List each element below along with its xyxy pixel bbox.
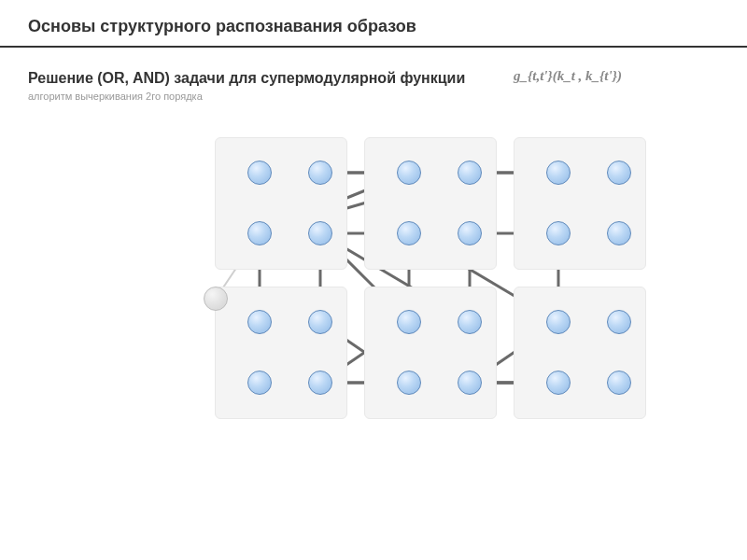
section-title: Решение (OR, AND) задачи для супермодуля… [28,70,719,87]
graph-node [247,310,272,334]
graph-node [308,310,332,334]
graph-node [397,371,421,395]
graph-node [308,221,332,245]
grid-tile [514,287,646,419]
graph-node [546,371,571,395]
graph-node [458,161,482,185]
graph-node [546,161,571,185]
graph-node [458,371,482,395]
content: Решение (OR, AND) задачи для супермодуля… [0,48,747,511]
header: Основы структурного распознавания образо… [0,0,747,48]
grid-tile [364,137,497,270]
graph-diagram [149,119,598,511]
page-title: Основы структурного распознавания образо… [28,17,719,36]
graph-node [397,310,421,334]
graph-node [458,221,482,245]
graph-node [247,161,272,185]
graph-node [247,221,272,245]
graph-node [308,161,332,185]
graph-node [607,161,631,185]
graph-node [458,310,482,334]
grid-tile [364,287,497,419]
graph-node [607,221,631,245]
grid-tile [215,137,347,270]
section-formula: g_{t,t'}(k_t , k_{t'}) [514,68,622,84]
graph-node [607,371,631,395]
graph-node [308,371,332,395]
grid-tile [514,137,646,270]
graph-node [607,310,631,334]
section-subtitle: алгоритм вычеркивания 2го порядка [28,91,719,102]
graph-node [247,371,272,395]
graph-node [546,310,571,334]
grid-tile [215,287,347,419]
graph-node [397,161,421,185]
graph-node-disabled [204,287,228,311]
graph-node [397,221,421,245]
section-title-text: Решение (OR, AND) задачи для супермодуля… [28,70,465,86]
graph-node [546,221,571,245]
